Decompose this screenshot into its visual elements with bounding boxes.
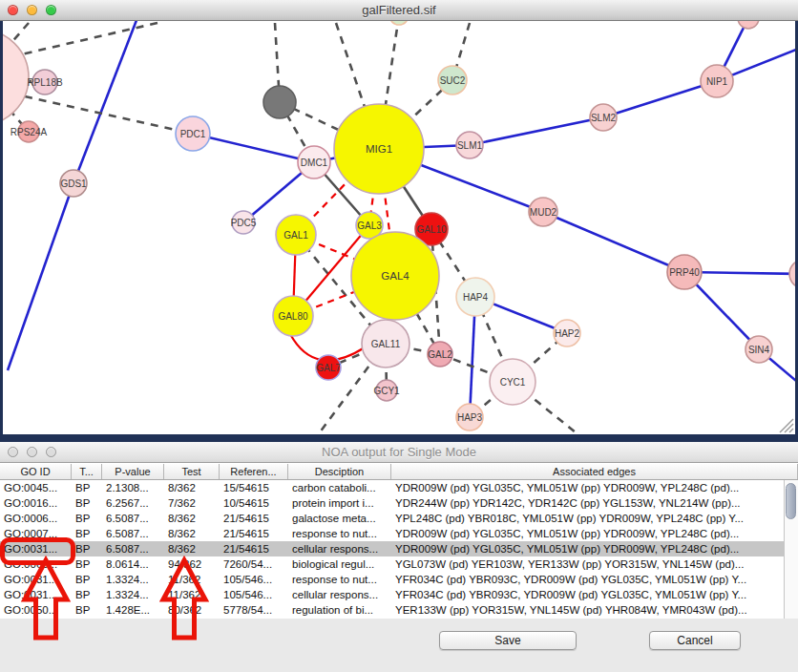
table-cell: 21/54615 bbox=[220, 526, 288, 541]
button-bar: Save Cancel bbox=[0, 619, 798, 672]
table-cell: BP bbox=[72, 541, 102, 556]
column-header[interactable]: Associated edges bbox=[391, 464, 798, 479]
node-SIN4[interactable]: SIN4 bbox=[746, 336, 772, 363]
cancel-button[interactable]: Cancel bbox=[649, 631, 741, 650]
table-cell: GO:0006... bbox=[0, 511, 72, 526]
node-MIG1[interactable]: MIG1 bbox=[334, 104, 424, 194]
table-cell: galactose meta... bbox=[288, 511, 391, 526]
table-cell: 6.5087... bbox=[102, 511, 164, 526]
node-SLM2[interactable]: SLM2 bbox=[590, 104, 617, 131]
column-header[interactable]: Desciption bbox=[288, 464, 391, 479]
column-header[interactable]: P-value bbox=[102, 464, 164, 479]
node-blob[interactable] bbox=[3, 30, 29, 125]
column-header[interactable]: T... bbox=[72, 464, 102, 479]
table-cell: biological regul... bbox=[288, 556, 391, 572]
table-row[interactable]: GO:0065...BP8.0614...94/3627260/54...bio… bbox=[0, 556, 784, 572]
table-cell: BP bbox=[72, 602, 102, 618]
network-window: galFiltered.sif RPL18BRPS24AGDS1PDC1MIG1… bbox=[0, 0, 798, 434]
table-row[interactable]: GO:0006...BP6.5087...8/36221/54615galact… bbox=[0, 511, 784, 526]
edge bbox=[17, 23, 158, 55]
node-GAL2[interactable]: GAL2 bbox=[428, 342, 452, 367]
node-MSI[interactable]: MSI bbox=[789, 260, 795, 288]
minimize-button[interactable] bbox=[27, 447, 37, 457]
scrollbar-thumb[interactable] bbox=[786, 483, 796, 519]
node-NIP1[interactable]: NIP1 bbox=[701, 65, 733, 97]
node-GAL1[interactable]: GAL1 bbox=[276, 215, 316, 255]
minimize-button[interactable] bbox=[27, 5, 37, 15]
network-canvas[interactable]: RPL18BRPS24AGDS1PDC1MIG1DMC1SUC2SLM1SLM2… bbox=[3, 21, 795, 434]
table-cell: YDR009W (pd) YGL035C, YML051W (pp) YDR00… bbox=[391, 526, 784, 541]
table-cell: YER133W (pp) YOR315W, YNL145W (pd) YHR08… bbox=[391, 602, 784, 618]
node-GAL7[interactable]: GAL7 bbox=[316, 355, 341, 380]
table-cell: 21/54615 bbox=[220, 511, 288, 526]
node-GAL11[interactable]: GAL11 bbox=[362, 320, 410, 368]
table-row[interactable]: GO:0031...BP6.5087...8/36221/54615cellul… bbox=[0, 541, 784, 556]
table-cell: 11/362 bbox=[164, 587, 220, 602]
table-row[interactable]: GO:0016...BP6.2567...7/36210/54615protei… bbox=[0, 495, 784, 511]
node-RPL18B[interactable]: RPL18B bbox=[27, 70, 63, 94]
node-label: PDC5 bbox=[231, 218, 257, 228]
edge bbox=[603, 81, 717, 117]
close-button[interactable] bbox=[8, 447, 18, 457]
table-cell: carbon cataboli... bbox=[288, 480, 391, 495]
table-cell: 6.2567... bbox=[102, 495, 164, 511]
column-header[interactable]: Test bbox=[164, 464, 220, 479]
node-GDS1[interactable]: GDS1 bbox=[60, 170, 87, 197]
table-row[interactable]: GO:0007...BP6.5087...8/36221/54615respon… bbox=[0, 526, 784, 541]
table-cell: BP bbox=[72, 511, 102, 526]
table-cell: 105/546... bbox=[220, 587, 288, 602]
table-cell: YDR009W (pd) YGL035C, YML051W (pp) YDR00… bbox=[391, 541, 784, 556]
node-label: CYC1 bbox=[500, 377, 526, 388]
table-cell: 11/362 bbox=[164, 572, 220, 587]
node-MUD2[interactable]: MUD2 bbox=[529, 198, 557, 226]
noa-window: NOA output for Single Mode GO IDT...P-va… bbox=[0, 442, 798, 672]
resize-grip[interactable] bbox=[776, 415, 795, 434]
table-cell: BP bbox=[72, 526, 102, 541]
table-row[interactable]: GO:0031...BP1.3324...11/362105/546...cel… bbox=[0, 587, 784, 602]
node-GCY1[interactable]: GCY1 bbox=[373, 380, 400, 401]
scrollbar[interactable] bbox=[784, 480, 798, 619]
column-header[interactable]: Referen... bbox=[220, 464, 288, 479]
node-GAL80[interactable]: GAL80 bbox=[273, 296, 313, 336]
node-HAP4[interactable]: HAP4 bbox=[456, 278, 494, 316]
edge bbox=[470, 117, 603, 145]
table-cell: GO:0007... bbox=[0, 526, 72, 541]
table-cell: 15/54615 bbox=[220, 480, 288, 495]
node-SLM1[interactable]: SLM1 bbox=[456, 132, 483, 158]
node-label: PDC1 bbox=[180, 129, 206, 139]
traffic-lights bbox=[8, 5, 56, 15]
column-header[interactable]: GO ID bbox=[0, 464, 72, 479]
node-label: NIP1 bbox=[706, 76, 728, 87]
node-pnode2[interactable] bbox=[389, 21, 409, 25]
table-cell: 6.5087... bbox=[102, 526, 164, 541]
node-CYC1[interactable]: CYC1 bbox=[490, 359, 536, 405]
node-label: HAP4 bbox=[463, 292, 489, 303]
save-button[interactable]: Save bbox=[439, 631, 577, 650]
node-PRP40[interactable]: PRP40 bbox=[667, 255, 702, 289]
noa-titlebar[interactable]: NOA output for Single Mode bbox=[0, 442, 798, 463]
node-HAP3[interactable]: HAP3 bbox=[456, 404, 483, 430]
node-label: RPS24A bbox=[10, 127, 48, 137]
close-button[interactable] bbox=[8, 5, 18, 15]
node-gray1[interactable] bbox=[263, 86, 296, 118]
node-DMC1[interactable]: DMC1 bbox=[298, 146, 330, 178]
desktop: { "top_window": { "title": "galFiltered.… bbox=[0, 0, 798, 672]
node-label: GAL3 bbox=[357, 220, 382, 231]
table-row[interactable]: GO:0031...BP1.3324...11/362105/546...res… bbox=[0, 572, 784, 587]
table-row[interactable]: GO:0045...BP2.1308...8/36215/54615carbon… bbox=[0, 480, 784, 495]
node-RPS24A[interactable]: RPS24A bbox=[10, 121, 48, 142]
zoom-button[interactable] bbox=[46, 5, 56, 15]
node-GAL4[interactable]: GAL4 bbox=[351, 232, 439, 320]
zoom-button[interactable] bbox=[46, 447, 56, 457]
node-SUC2[interactable]: SUC2 bbox=[438, 66, 467, 94]
table-cell: BP bbox=[72, 495, 102, 511]
node-HAP2[interactable]: HAP2 bbox=[554, 320, 580, 346]
node-PDC1[interactable]: PDC1 bbox=[176, 116, 210, 151]
table-row[interactable]: GO:0050...BP1.428E...80/3625778/54...reg… bbox=[0, 602, 784, 618]
node-label: GAL80 bbox=[278, 311, 308, 322]
node-label: MIG1 bbox=[366, 143, 392, 155]
table-cell: YFR034C (pd) YBR093C, YDR009W (pd) YGL03… bbox=[391, 572, 784, 587]
table-cell: 7/362 bbox=[164, 495, 220, 511]
network-titlebar[interactable]: galFiltered.sif bbox=[0, 0, 798, 21]
node-pnode1[interactable] bbox=[738, 21, 759, 29]
